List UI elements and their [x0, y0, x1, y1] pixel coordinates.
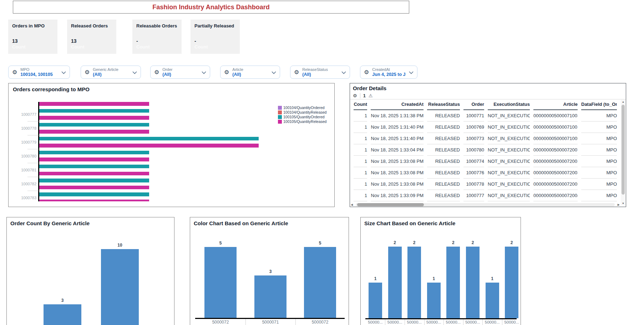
x-label-divider — [443, 319, 444, 325]
chevron-down-icon[interactable] — [272, 69, 276, 76]
table-cell: 000000005000072007 — [533, 144, 578, 156]
column-header-order[interactable]: Order — [463, 100, 484, 110]
mpo-chart-panel: Orders corresponding to MPO 100077710007… — [8, 83, 335, 207]
table-row[interactable]: 1Nov 18, 2025 1:33:04 PMRELEASED1000780N… — [354, 144, 617, 156]
chart-bar[interactable] — [486, 283, 499, 319]
bar-value-label: 3 — [52, 298, 73, 303]
table-row[interactable]: 1Nov 18, 2025 1:33:09 PMRELEASED1000777N… — [354, 190, 617, 201]
filter-label: ReleaseStatus — [302, 67, 338, 72]
message-count-badge[interactable]: 1 — [363, 93, 366, 98]
horizontal-scrollbar-track[interactable] — [356, 203, 615, 206]
legend-label: 100105/QuantityReleased — [283, 119, 326, 124]
legend-item[interactable]: 100104/QuantityOrdered — [278, 105, 325, 110]
mpo-bar[interactable] — [39, 144, 259, 148]
table-row[interactable]: 1Nov 18, 2025 1:31:40 PMRELEASED1000773N… — [354, 133, 617, 144]
mpo-bar[interactable] — [39, 179, 149, 182]
kpi-value: - — [136, 38, 178, 44]
table-cell: MPO — [581, 156, 617, 167]
table-cell: 1000780 — [463, 144, 484, 156]
x-axis-label: 5000071 — [247, 320, 294, 325]
scroll-up-icon[interactable]: ▲ — [621, 100, 625, 103]
y-axis-tick — [27, 149, 39, 149]
filter-text: Order(All) — [162, 67, 198, 77]
mpo-bar[interactable] — [39, 186, 149, 190]
legend-item[interactable]: 100104/QuantityReleased — [278, 110, 326, 114]
vertical-scrollbar[interactable]: ▲ ▼ — [621, 100, 625, 205]
table-cell: 1 — [354, 190, 367, 201]
mpo-bar[interactable] — [39, 109, 149, 113]
x-label-divider — [405, 319, 405, 325]
legend-item[interactable]: 100105/QuantityReleased — [278, 119, 326, 124]
table-row[interactable]: 1Nov 18, 2025 1:31:38 PMRELEASED1000771N… — [354, 110, 617, 122]
mpo-bar[interactable] — [39, 151, 149, 155]
column-header-count[interactable]: Count — [354, 100, 367, 110]
column-header-createdat[interactable]: CreatedAt — [371, 100, 424, 110]
chart-bar[interactable] — [466, 247, 480, 318]
chart-bar[interactable] — [304, 247, 336, 318]
chevron-down-icon[interactable] — [409, 69, 414, 76]
mpo-bar[interactable] — [39, 137, 259, 141]
x-axis-label: 50000... — [463, 320, 482, 324]
toolbar-separator — [350, 99, 626, 99]
filter-chip-createdat[interactable]: ⚙CreatedAtJun 4, 2025 to Ja... — [360, 66, 417, 79]
chart-bar[interactable] — [446, 247, 460, 318]
y-axis-label: 1000782 — [15, 182, 36, 186]
chart-bar[interactable] — [254, 275, 286, 318]
bar-value-label: 1 — [423, 276, 445, 281]
mpo-bar[interactable] — [39, 200, 149, 201]
filter-chip-order[interactable]: ⚙Order(All) — [150, 66, 210, 79]
chevron-down-icon[interactable] — [61, 69, 66, 76]
chart-bar[interactable] — [505, 247, 518, 318]
mpo-chart-plot: 1000777100077810007791000780100078110007… — [9, 83, 334, 201]
column-header-releasestatus[interactable]: ReleaseStatus — [427, 100, 460, 110]
column-header-executionstatus[interactable]: ExecutionStatus — [488, 100, 530, 110]
table-row[interactable]: 1Nov 18, 2025 1:31:40 PMRELEASED1000769N… — [354, 122, 617, 133]
mpo-bar[interactable] — [39, 123, 149, 127]
horizontal-scrollbar[interactable]: ◀ ▶ — [350, 202, 620, 207]
mpo-bar[interactable] — [39, 158, 149, 161]
chart-bar[interactable] — [44, 304, 81, 325]
table-row[interactable]: 1Nov 18, 2025 1:33:08 PMRELEASED1000778N… — [354, 179, 617, 190]
chart-bar[interactable] — [101, 249, 139, 325]
scroll-right-icon[interactable]: ▶ — [618, 203, 620, 206]
column-header-article[interactable]: Article — [533, 100, 578, 110]
mpo-bar[interactable] — [39, 130, 149, 134]
filter-chip-mpo[interactable]: ⚙MPO100104, 100105 — [8, 66, 70, 79]
kpi-tile-releasable-orders[interactable]: Releasable Orders-Count — [132, 20, 182, 54]
horizontal-scrollbar-thumb[interactable] — [357, 203, 424, 206]
settings-gear-icon[interactable]: ⚙ — [353, 93, 357, 98]
kpi-label: Orders in MPO — [12, 23, 54, 29]
chart-bar[interactable] — [204, 247, 237, 318]
table-row[interactable]: 1Nov 18, 2025 1:33:08 PMRELEASED1000774N… — [354, 156, 617, 167]
scroll-left-icon[interactable]: ◀ — [351, 203, 353, 206]
kpi-tile-released-orders[interactable]: Released Orders13Count — [67, 20, 116, 54]
table-row[interactable]: 1Nov 18, 2025 1:33:08 PMRELEASED1000776N… — [354, 167, 617, 179]
legend-item[interactable]: 100105/QuantityOrdered — [278, 115, 325, 119]
table-cell: RELEASED — [427, 167, 460, 179]
mpo-bar[interactable] — [39, 102, 149, 106]
vertical-scrollbar-thumb[interactable] — [622, 105, 625, 195]
chevron-down-icon[interactable] — [202, 69, 206, 76]
chart-bar[interactable] — [388, 247, 402, 318]
chart-bar[interactable] — [407, 247, 421, 318]
table-cell: 1000778 — [463, 179, 484, 190]
chart-bar[interactable] — [369, 283, 382, 319]
chart-bar[interactable] — [427, 283, 441, 319]
warning-icon[interactable]: ⚠ — [369, 93, 373, 98]
mpo-bar[interactable] — [39, 165, 149, 169]
chevron-down-icon[interactable] — [132, 69, 137, 76]
kpi-tile-orders-in-mpo[interactable]: Orders in MPO13Count — [8, 20, 57, 54]
mpo-bar[interactable] — [39, 116, 149, 120]
filter-chip-article[interactable]: ⚙Article(All) — [220, 66, 280, 79]
settings-gear-icon: ⚙ — [294, 69, 299, 75]
filter-chip-releasestatus[interactable]: ⚙ReleaseStatus(All) — [290, 66, 350, 79]
mpo-bar[interactable] — [39, 172, 149, 176]
column-header-datafield-to-ordercu[interactable]: DataField (to_OrderCu — [581, 100, 617, 110]
filter-chip-generic-article[interactable]: ⚙Generic Article(All) — [81, 66, 141, 79]
chevron-down-icon[interactable] — [341, 69, 346, 76]
table-cell: 000000005000072003 — [533, 167, 578, 179]
mpo-bar[interactable] — [39, 192, 149, 196]
scroll-down-icon[interactable]: ▼ — [621, 202, 625, 205]
size-chart-title: Size Chart Based on Generic Article — [364, 220, 455, 226]
kpi-tile-partially-released[interactable]: Partially Released-Count — [191, 20, 240, 54]
